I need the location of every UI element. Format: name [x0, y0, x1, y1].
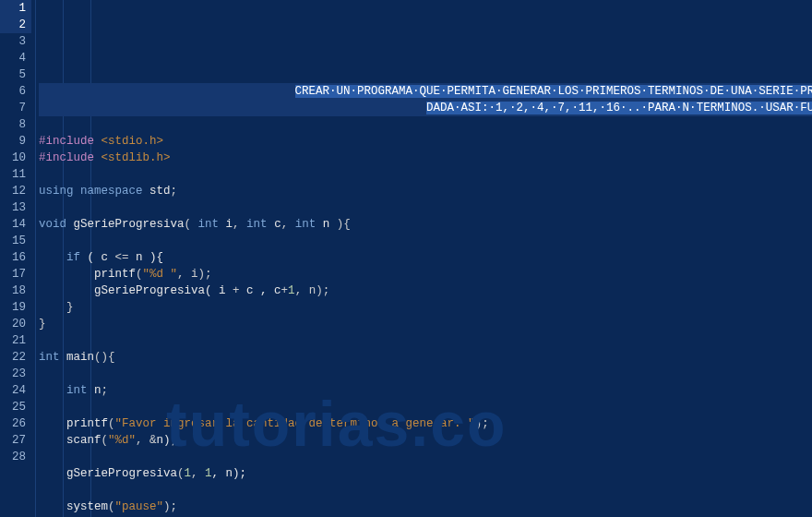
- code-token: ,: [191, 467, 205, 480]
- code-token: ,: [136, 434, 149, 447]
- code-line[interactable]: [39, 116, 812, 133]
- code-line[interactable]: using namespace std;: [39, 183, 812, 199]
- code-token: system: [66, 500, 108, 513]
- code-line[interactable]: printf("%d ", i);: [39, 266, 812, 283]
- code-token: c: [274, 218, 281, 231]
- line-number: 3: [0, 33, 31, 50]
- line-number: 17: [0, 266, 31, 283]
- line-number: 22: [0, 349, 31, 366]
- code-token: scanf: [66, 434, 102, 447]
- code-token: , n);: [212, 467, 247, 480]
- code-token: (: [185, 218, 198, 231]
- code-token: ){: [337, 218, 351, 231]
- line-number: 15: [0, 233, 31, 249]
- indent-guide: [35, 0, 36, 517]
- line-number: 6: [0, 83, 31, 100]
- code-line[interactable]: [39, 449, 812, 465]
- code-token: 1: [185, 467, 192, 480]
- code-line[interactable]: CREAR·UN·PROGRAMA·QUE·PERMITA·GENERAR·LO…: [39, 83, 812, 100]
- line-number: 19: [0, 299, 31, 316]
- code-token: printf: [94, 268, 136, 281]
- code-token: #include: [39, 151, 102, 164]
- code-token: [39, 434, 66, 447]
- code-token: [39, 102, 426, 114]
- code-line[interactable]: [39, 366, 812, 382]
- code-token: main: [66, 351, 94, 364]
- line-number: 2: [0, 17, 31, 33]
- code-token: 1: [288, 284, 295, 297]
- code-line[interactable]: gSerieProgresiva(1, 1, n);: [39, 465, 812, 482]
- code-token: (){: [94, 351, 115, 364]
- code-token: [39, 284, 94, 297]
- line-number: 24: [0, 382, 31, 399]
- code-line[interactable]: [39, 166, 812, 183]
- code-token: n ){: [136, 251, 163, 264]
- line-number: 28: [0, 449, 31, 465]
- code-token: if: [66, 251, 88, 264]
- code-line[interactable]: #include <stdio.h>: [39, 133, 812, 150]
- code-line[interactable]: scanf("%d", &n);: [39, 432, 812, 449]
- code-line[interactable]: printf("Favor ingresar la cantidad de te…: [39, 415, 812, 432]
- code-line[interactable]: }: [39, 299, 812, 316]
- code-token: int: [246, 218, 274, 231]
- code-line[interactable]: int main(){: [39, 349, 812, 366]
- code-token: <stdlib.h>: [102, 151, 171, 164]
- code-token: i: [226, 218, 233, 231]
- code-token: printf: [66, 417, 108, 430]
- code-token: [39, 251, 66, 264]
- code-area[interactable]: CREAR·UN·PROGRAMA·QUE·PERMITA·GENERAR·LO…: [31, 0, 812, 517]
- code-line[interactable]: [39, 199, 812, 216]
- code-token: namespace: [80, 185, 149, 198]
- code-token: &: [149, 434, 157, 447]
- code-token: <=: [115, 251, 137, 264]
- code-token: +: [233, 284, 246, 297]
- code-token: "%d": [108, 434, 136, 447]
- code-token: "%d ": [143, 268, 178, 281]
- code-token: (: [102, 434, 109, 447]
- code-token: [39, 301, 66, 314]
- code-token: [39, 467, 66, 480]
- line-number: 20: [0, 316, 31, 332]
- code-editor[interactable]: 1234567891011121314151617181920212223242…: [0, 0, 812, 517]
- code-line[interactable]: [39, 233, 812, 249]
- code-token: c , c: [246, 284, 281, 297]
- code-line[interactable]: if ( c <= n ){: [39, 249, 812, 266]
- code-line[interactable]: void gSerieProgresiva( int i, int c, int…: [39, 216, 812, 233]
- code-token: );: [163, 500, 177, 513]
- line-number: 14: [0, 216, 31, 233]
- code-line[interactable]: [39, 332, 812, 349]
- code-token: (: [136, 268, 143, 281]
- code-token: using: [39, 185, 80, 198]
- line-number: 26: [0, 415, 31, 432]
- line-number: 23: [0, 366, 31, 382]
- code-token: int: [198, 218, 226, 231]
- line-number: 16: [0, 249, 31, 266]
- code-token: #include: [39, 135, 102, 148]
- code-token: int: [295, 218, 323, 231]
- code-line[interactable]: DADA·ASI:·1,·2,·4,·7,·11,·16·..·PARA·N·T…: [39, 100, 812, 116]
- line-number: 1: [0, 0, 31, 17]
- code-token: ;: [171, 185, 178, 198]
- code-token: int: [66, 384, 94, 397]
- code-line[interactable]: }: [39, 316, 812, 332]
- code-line[interactable]: int n;: [39, 382, 812, 399]
- code-token: gSerieProgresiva: [74, 218, 185, 231]
- code-token: std: [149, 185, 171, 198]
- code-line[interactable]: [39, 482, 812, 499]
- line-number: 21: [0, 332, 31, 349]
- code-token: void: [39, 218, 74, 231]
- code-token: ( c: [88, 251, 115, 264]
- line-number: 25: [0, 399, 31, 415]
- code-token: }: [66, 301, 74, 314]
- line-number: 5: [0, 66, 31, 83]
- code-line[interactable]: #include <stdlib.h>: [39, 150, 812, 166]
- line-number: 7: [0, 100, 31, 116]
- code-token: [39, 268, 94, 281]
- code-line[interactable]: [39, 399, 812, 415]
- code-line[interactable]: system("pause");: [39, 499, 812, 515]
- code-line[interactable]: gSerieProgresiva( i + c , c+1, n);: [39, 283, 812, 299]
- line-number-gutter: 1234567891011121314151617181920212223242…: [0, 0, 31, 517]
- code-token: ( i: [205, 284, 233, 297]
- code-token: n: [94, 384, 102, 397]
- code-token: CREAR·UN·PROGRAMA·QUE·PERMITA·GENERAR·LO…: [295, 85, 812, 98]
